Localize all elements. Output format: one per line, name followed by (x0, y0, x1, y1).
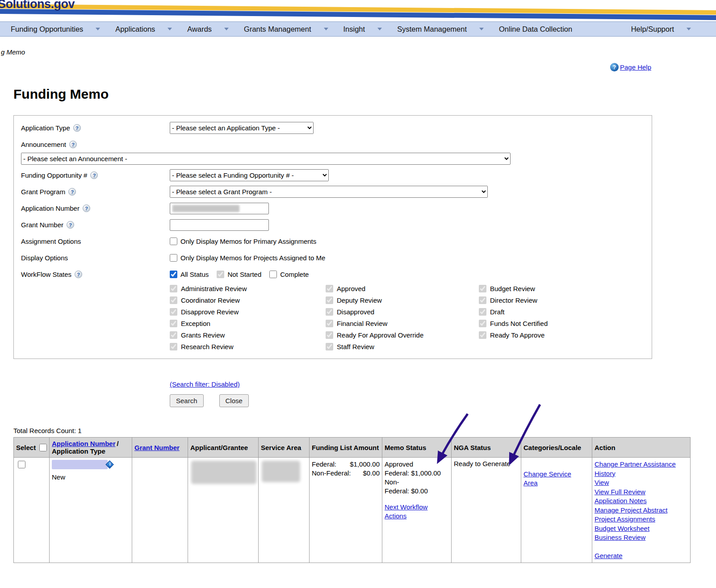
status-research-review: Research Review (170, 343, 326, 350)
action-view[interactable]: View (595, 478, 688, 488)
complete-label: Complete (280, 271, 309, 278)
breadcrumb: g Memo (1, 48, 716, 56)
help-icon[interactable] (83, 204, 90, 212)
nav-applications[interactable]: Applications (115, 25, 172, 33)
status-draft: Draft (479, 308, 645, 316)
status-label: Disapprove Review (181, 308, 239, 316)
primary-assignments-checkbox[interactable] (170, 238, 177, 245)
nav-funding-opportunities[interactable]: Funding Opportunities (11, 25, 100, 33)
projects-assigned-label: Only Display Memos for Projects Assigned… (180, 254, 325, 262)
help-icon[interactable] (67, 221, 74, 229)
action-view-full-review[interactable]: View Full Review (595, 488, 688, 497)
status-exception: Exception (170, 320, 326, 327)
announcement-select[interactable]: - Please select an Announcement - (21, 153, 511, 165)
projects-assigned-checkbox[interactable] (170, 254, 177, 262)
status-checkbox (326, 285, 333, 292)
complete-checkbox[interactable] (269, 271, 277, 278)
close-button[interactable]: Close (219, 394, 249, 407)
assignment-options-row: Assignment Options Only Display Memos fo… (21, 235, 645, 247)
status-checkbox (479, 308, 486, 316)
status-label: Research Review (181, 343, 234, 350)
status-disapproved: Disapproved (326, 308, 479, 316)
nav-label: System Management (397, 25, 467, 33)
action-business-review[interactable]: Business Review (595, 533, 688, 542)
table-row: New Federal:$1,000.00 Non-Federal:$0.00 … (14, 458, 691, 563)
help-icon[interactable] (73, 124, 81, 132)
nav-grants-management[interactable]: Grants Management (244, 25, 328, 33)
action-change-partner-assistance-history[interactable]: Change Partner Assistance History (595, 460, 688, 478)
application-type-label-group: Application Type (21, 124, 170, 132)
grant-number-label: Grant Number (21, 221, 63, 229)
cell-grant-number (132, 458, 188, 563)
status-checkbox (326, 331, 333, 339)
status-label: Funds Not Certified (490, 320, 548, 327)
action-project-assignments[interactable]: Project Assignments (595, 515, 688, 524)
status-label: Ready To Approve (490, 331, 544, 339)
primary-assignments-option: Only Display Memos for Primary Assignmen… (170, 238, 316, 245)
application-number-input[interactable] (170, 203, 269, 214)
not-started-label: Not Started (227, 271, 261, 278)
grant-number-input[interactable] (170, 219, 269, 231)
search-filter-link[interactable]: (Search filter: Disabled) (170, 380, 240, 388)
workflow-states-label-group: WorkFlow States (21, 271, 170, 278)
status-label: Grants Review (181, 331, 225, 339)
select-all-checkbox[interactable] (39, 444, 47, 451)
application-number-field (170, 203, 269, 214)
status-label: Staff Review (337, 343, 374, 350)
nav-insight[interactable]: Insight (343, 25, 382, 33)
action-manage-project-abstract[interactable]: Manage Project Abstract (595, 506, 688, 515)
all-status-checkbox[interactable] (170, 271, 177, 278)
assignment-options-label: Assignment Options (21, 238, 81, 245)
application-number-label: Application Number (21, 204, 80, 212)
application-type-header: Application Type (52, 447, 130, 455)
grant-program-select[interactable]: - Please select a Grant Program - (170, 186, 488, 198)
nonfederal-label: Non-Federal: (312, 469, 351, 478)
nav-help-support[interactable]: Help/Support (631, 25, 691, 33)
application-type-select[interactable]: - Please select an Application Type - (170, 122, 314, 134)
change-service-area-link[interactable]: Change Service Area (523, 470, 572, 488)
status-checkbox (170, 320, 177, 327)
nav-label: Online Data Collection (499, 25, 572, 33)
status-checkbox (326, 296, 333, 304)
col-applicant-grantee: Applicant/Grantee (188, 438, 259, 458)
help-icon[interactable] (90, 171, 98, 179)
action-budget-worksheet[interactable]: Budget Worksheet (595, 524, 688, 534)
announcement-label: Announcement (21, 141, 66, 148)
next-workflow-actions-link[interactable]: Next Workflow Actions (385, 503, 436, 521)
page-help-link[interactable]: Page Help (620, 63, 651, 71)
search-filter-row: (Search filter: Disabled) (170, 380, 716, 388)
form-buttons: Search Close (170, 394, 716, 407)
page-title: Funding Memo (13, 87, 716, 102)
nav-online-data-collection[interactable]: Online Data Collection (499, 25, 572, 33)
status-funds-not-certified: Funds Not Certified (479, 320, 645, 327)
nav-awards[interactable]: Awards (187, 25, 229, 33)
status-budget-review: Budget Review (479, 285, 645, 292)
action-generate[interactable]: Generate (595, 551, 688, 561)
status-label: Disapproved (337, 308, 374, 316)
nav-label: Funding Opportunities (11, 25, 83, 33)
masthead: Solutions.gov (0, 0, 716, 21)
nav-system-management[interactable]: System Management (397, 25, 484, 33)
status-label: Coordinator Review (181, 296, 240, 304)
workflow-states-row: WorkFlow States All Status Not Started C… (21, 268, 645, 280)
help-icon[interactable] (69, 141, 77, 148)
help-icon[interactable] (68, 188, 76, 196)
action-application-notes[interactable]: Application Notes (595, 496, 688, 506)
status-label: Deputy Review (337, 296, 382, 304)
status-checkbox (170, 343, 177, 350)
site-logo[interactable]: Solutions.gov (0, 0, 75, 11)
header-row: Select Application Number/ Application T… (14, 438, 691, 458)
status-director-review: Director Review (479, 296, 645, 304)
funding-opportunity-select[interactable]: - Please select a Funding Opportunity # … (170, 169, 329, 181)
col-application-number: Application Number/ Application Type (50, 438, 132, 458)
page-help-icon[interactable] (610, 63, 619, 71)
row-select-checkbox[interactable] (18, 461, 25, 468)
redacted-application-number (52, 460, 108, 469)
status-checkbox (479, 320, 486, 327)
application-number-sort-link[interactable]: Application Number (52, 440, 116, 447)
search-button[interactable]: Search (170, 394, 204, 407)
col-funding-list-amount: Funding List Amount (310, 438, 382, 458)
help-icon[interactable] (75, 271, 82, 278)
grant-number-sort-link[interactable]: Grant Number (134, 444, 180, 451)
status-grants-review: Grants Review (170, 331, 326, 339)
